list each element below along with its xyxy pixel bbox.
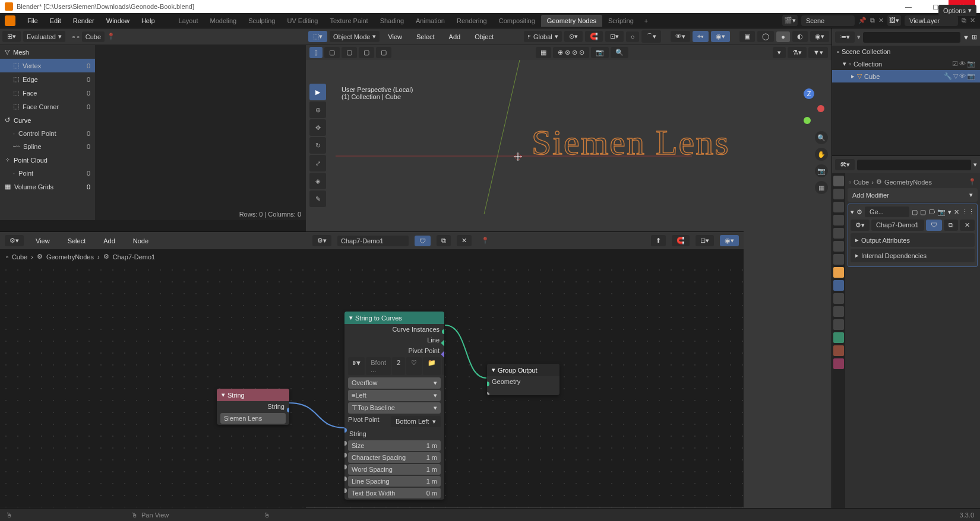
font-open-icon[interactable]: 📁 (423, 357, 441, 375)
minimize-button[interactable]: — (895, 0, 922, 13)
panel-internal-deps[interactable]: ▸Internal Dependencies (851, 249, 975, 262)
scene-copy-icon[interactable]: ⧉ (870, 17, 875, 24)
font-unlink-icon[interactable]: ✕ (442, 357, 444, 375)
ws-texpaint[interactable]: Texture Paint (324, 15, 374, 27)
tool-cursor[interactable]: ⊕ (309, 101, 326, 118)
domain-edge[interactable]: ⬚Edge0 (0, 72, 95, 86)
vp-menu-add[interactable]: Add (443, 33, 467, 40)
domain-spline[interactable]: 〰Spline0 (0, 140, 95, 153)
ws-rendering[interactable]: Rendering (451, 15, 493, 27)
spreadsheet-object[interactable]: Cube (82, 31, 105, 42)
nodetree-browse-icon[interactable]: ⚙▾ (851, 220, 870, 231)
outliner-search[interactable] (863, 32, 960, 43)
gizmo-icons[interactable]: ⊕ ⊗ ⊘ ⊙ (553, 47, 589, 58)
tool-rotate[interactable]: ↻ (309, 137, 326, 154)
tool-scale[interactable]: ⤢ (309, 155, 326, 171)
tab-modifier-icon[interactable] (833, 280, 844, 291)
mod-edit-mode-icon[interactable]: ▢ (920, 208, 926, 216)
outliner-filter-icon[interactable]: ▼ (963, 34, 969, 41)
viewlayer-selector[interactable]: ViewLayer (905, 15, 958, 26)
filter-icon[interactable]: ⚗▾ (788, 47, 807, 58)
editor-type-outliner-icon[interactable]: ≔▾ (835, 31, 855, 43)
fake-user-icon[interactable]: 🛡 (926, 220, 942, 231)
pivot-dropdown[interactable]: Bottom Left▾ (391, 416, 441, 427)
shading-options-icon[interactable]: ▾ (773, 47, 786, 58)
browse-layer-icon[interactable]: 🖼▾ (887, 15, 901, 26)
prop-linespacing[interactable]: Line Spacing1 m (348, 476, 441, 487)
camera-to-view-icon[interactable]: 📷 (591, 47, 609, 58)
vp-menu-object[interactable]: Object (469, 33, 500, 40)
layer-copy-icon[interactable]: ⧉ (962, 17, 966, 24)
fake-user-toggle-icon[interactable]: 🛡 (415, 236, 431, 246)
modifier-name[interactable]: Ge... (865, 207, 909, 217)
scene-pin-icon[interactable]: 📌 (858, 17, 867, 24)
overlays-icon[interactable]: ◉▾ (711, 31, 730, 42)
select-invert-icon[interactable]: ▢ (359, 47, 374, 58)
menu-file[interactable]: File (21, 17, 44, 24)
snap-node-mode-icon[interactable]: ⊡▾ (696, 235, 714, 246)
ne-menu-node[interactable]: Node (127, 237, 154, 244)
shading-wireframe-icon[interactable]: ◯ (757, 31, 774, 42)
zoom-icon[interactable]: 🔍 (815, 131, 828, 144)
node-group-output[interactable]: ▾Group Output Geometry (487, 364, 559, 395)
visibility-icon[interactable]: 👁▾ (671, 31, 690, 42)
gizmo-toggle-icon[interactable]: ⌖▾ (693, 31, 709, 42)
orientation-dropdown[interactable]: ⫯Global▾ (524, 31, 562, 42)
tab-constraints-icon[interactable] (833, 319, 844, 330)
node-string[interactable]: ▾String String Siemen Lens (217, 389, 289, 425)
shading-solid-icon[interactable]: ● (776, 31, 790, 42)
pin-icon[interactable]: 📍 (968, 178, 976, 186)
proportional-curve-icon[interactable]: ⌒▾ (641, 30, 661, 43)
prop-size[interactable]: Size1 m (348, 440, 441, 451)
node-string-value[interactable]: Siemen Lens (220, 413, 286, 424)
mod-extras-icon[interactable]: ⋮⋮ (962, 208, 975, 216)
tab-material-icon[interactable] (833, 345, 844, 356)
nav-gizmo[interactable]: Z (789, 88, 824, 124)
overlay-node-icon[interactable]: ◉▾ (720, 235, 739, 246)
nodetree-unlink-icon[interactable]: ✕ (457, 235, 472, 246)
shading-rendered-icon[interactable]: ◉▾ (810, 31, 829, 42)
tab-texture-icon[interactable] (833, 358, 844, 369)
mod-realtime-icon[interactable]: 🖵 (928, 208, 935, 215)
tab-object-icon[interactable] (833, 267, 844, 278)
menu-help[interactable]: Help (135, 17, 161, 24)
snap-mode-icon[interactable]: ⊡▾ (605, 31, 624, 42)
add-modifier-dropdown[interactable]: Add Modifier▾ (848, 188, 978, 202)
select-box-icon[interactable]: ▯ (309, 47, 323, 58)
ne-menu-view[interactable]: View (30, 237, 56, 244)
gizmo-z-axis[interactable]: Z (804, 88, 814, 99)
font-browse-icon[interactable]: F▾ (348, 357, 365, 375)
modifier-panel-header[interactable]: ▾⚙ Ge... ▢ ▢ 🖵 📷 ▾ ✕ ⋮⋮ (851, 207, 975, 217)
select-subtract-icon[interactable]: ▢ (342, 47, 357, 58)
xray-icon[interactable]: ▣ (739, 31, 755, 42)
browse-scene-icon[interactable]: 🎬▾ (782, 15, 798, 26)
ws-animation[interactable]: Animation (410, 15, 451, 27)
tab-particles-icon[interactable] (833, 293, 844, 304)
gizmo-y-axis[interactable] (804, 117, 811, 124)
ws-layout[interactable]: Layout (173, 15, 204, 27)
font-fake-user-icon[interactable]: ♡ (406, 357, 422, 375)
scene-delete-icon[interactable]: ✕ (878, 17, 884, 24)
pan-icon[interactable]: ✋ (815, 148, 828, 161)
layer-delete-icon[interactable]: ✕ (970, 17, 975, 24)
domain-face[interactable]: ⬚Face0 (0, 86, 95, 100)
ws-scripting[interactable]: Scripting (602, 15, 640, 27)
outliner-scene-collection[interactable]: ▫Scene Collection (832, 46, 980, 58)
outliner-display-mode-icon[interactable]: ▾ (857, 33, 861, 41)
viewport-options[interactable]: Options▾ (938, 5, 976, 16)
object-pin-icon[interactable]: ▫ (77, 33, 80, 40)
tab-tool-icon[interactable] (833, 176, 844, 186)
tab-physics-icon[interactable] (833, 306, 844, 317)
properties-search[interactable] (857, 160, 971, 170)
panel-output-attrs[interactable]: ▸Output Attributes (851, 233, 975, 247)
perspective-icon[interactable]: ▦ (815, 181, 828, 194)
nodetree-unlink-icon[interactable]: ✕ (960, 220, 975, 231)
ne-menu-add[interactable]: Add (97, 237, 121, 244)
nodetree-copy-icon[interactable]: ⧉ (944, 220, 958, 231)
domain-controlpoint[interactable]: ·Control Point0 (0, 127, 95, 140)
font-name[interactable]: Bfont ... (366, 357, 391, 375)
view-selectable-icon[interactable]: ▦ (536, 47, 551, 58)
domain-facecorner[interactable]: ⬚Face Corner0 (0, 100, 95, 113)
nodetree-dup-icon[interactable]: ⧉ (437, 235, 451, 246)
nodetree-type-icon[interactable]: ⚙▾ (312, 235, 331, 246)
